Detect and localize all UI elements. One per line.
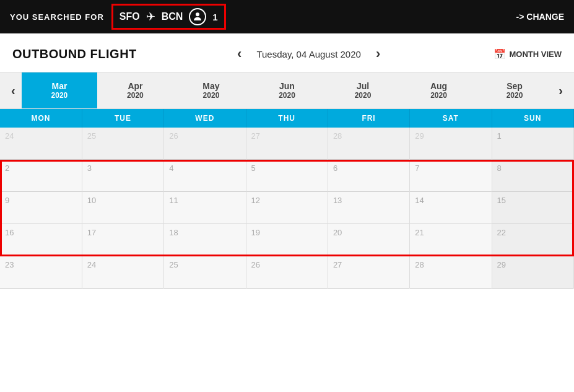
month-tab-apr-2020[interactable]: Apr 2020 (97, 72, 173, 108)
calendar-cell[interactable]: 22 (492, 224, 573, 256)
calendar-cell[interactable]: 29 (492, 256, 573, 289)
calendar-cell[interactable]: 7 (410, 160, 492, 192)
header: YOU SEARCHED FOR SFO ✈ BCN 1 -> CHANGE (0, 0, 574, 33)
month-tab-jul-2020[interactable]: Jul 2020 (325, 72, 401, 108)
calendar-cell[interactable]: 13 (328, 192, 409, 224)
origin-code: SFO (120, 11, 140, 22)
month-tab-sep-2020[interactable]: Sep 2020 (477, 72, 553, 108)
calendar-cell[interactable]: 28 (410, 256, 492, 289)
passenger-count: 1 (212, 12, 217, 22)
day-header-tue: TUE (82, 109, 163, 128)
change-button[interactable]: -> CHANGE (516, 12, 564, 22)
outbound-header: OUTBOUND FLIGHT ‹ Tuesday, 04 August 202… (0, 33, 574, 72)
calendar-header-row: MON TUE WED THU FRI SAT SUN (0, 109, 574, 128)
prev-date-button[interactable]: ‹ (233, 45, 245, 63)
day-header-sun: SUN (492, 109, 573, 128)
calendar-cell[interactable]: 24 (82, 256, 163, 289)
calendar-cell[interactable]: 6 (328, 160, 409, 192)
calendar-cell[interactable]: 15 (492, 192, 573, 224)
month-tab-jun-2020[interactable]: Jun 2020 (249, 72, 325, 108)
calendar-cell[interactable]: 27 (328, 256, 409, 289)
destination-code: BCN (162, 11, 183, 22)
month-view-button[interactable]: 📅 MONTH VIEW (494, 48, 562, 60)
calendar-cell[interactable]: 19 (246, 224, 328, 256)
calendar-cell[interactable]: 20 (328, 224, 409, 256)
calendar-cell[interactable]: 12 (246, 192, 328, 224)
calendar-cell[interactable]: 14 (410, 192, 492, 224)
calendar-cell[interactable]: 18 (164, 224, 246, 256)
day-header-wed: WED (164, 109, 246, 128)
calendar-table: MON TUE WED THU FRI SAT SUN 242526272829… (0, 109, 574, 289)
calendar-cell[interactable]: 24 (0, 128, 82, 160)
month-view-label: MONTH VIEW (510, 50, 562, 59)
outbound-title: OUTBOUND FLIGHT (12, 47, 137, 61)
day-header-thu: THU (246, 109, 328, 128)
calendar-cell[interactable]: 8 (492, 160, 573, 192)
calendar-cell[interactable]: 25 (164, 256, 246, 289)
calendar-cell[interactable]: 23 (0, 256, 82, 289)
calendar-row: 23242526272829 (0, 256, 574, 289)
calendar-cell[interactable]: 10 (82, 192, 163, 224)
calendar-cell[interactable]: 1 (492, 128, 573, 160)
calendar-row: 9101112131415 (0, 192, 574, 224)
passenger-icon (189, 8, 206, 25)
person-svg (192, 11, 203, 22)
calendar-cell[interactable]: 11 (164, 192, 246, 224)
calendar-cell[interactable]: 9 (0, 192, 82, 224)
month-tab-may-2020[interactable]: May 2020 (173, 72, 250, 108)
calendar-cell[interactable]: 26 (246, 256, 328, 289)
month-tabs-bar: ‹ Mar 2020 Apr 2020 May 2020 Jun 2020 Ju… (0, 72, 574, 109)
date-navigation: ‹ Tuesday, 04 August 2020 › (233, 45, 384, 63)
day-header-mon: MON (0, 109, 82, 128)
calendar-cell[interactable]: 27 (246, 128, 328, 160)
searched-for-label: YOU SEARCHED FOR (10, 12, 104, 22)
calendar-icon: 📅 (494, 48, 506, 60)
plane-icon: ✈ (146, 10, 155, 24)
month-tab-mar-2020[interactable]: Mar 2020 (22, 72, 98, 108)
svg-point-0 (196, 12, 199, 16)
next-date-button[interactable]: › (372, 45, 384, 63)
calendar-row: 2345678 (0, 160, 574, 192)
calendar-row: 16171819202122 (0, 224, 574, 256)
calendar-cell[interactable]: 29 (410, 128, 492, 160)
day-header-fri: FRI (328, 109, 409, 128)
calendar-cell[interactable]: 17 (82, 224, 163, 256)
calendar-cell[interactable]: 2 (0, 160, 82, 192)
prev-month-button[interactable]: ‹ (5, 79, 22, 103)
calendar-cell[interactable]: 5 (246, 160, 328, 192)
month-tab-aug-2020[interactable]: Aug 2020 (401, 72, 477, 108)
calendar-cell[interactable]: 28 (328, 128, 409, 160)
current-date: Tuesday, 04 August 2020 (256, 49, 360, 59)
calendar-cell[interactable]: 16 (0, 224, 82, 256)
calendar-cell[interactable]: 4 (164, 160, 246, 192)
calendar-cell[interactable]: 26 (164, 128, 246, 160)
search-summary-box: SFO ✈ BCN 1 (111, 4, 226, 30)
day-header-sat: SAT (410, 109, 492, 128)
main-content: OUTBOUND FLIGHT ‹ Tuesday, 04 August 202… (0, 33, 574, 289)
calendar-cell[interactable]: 21 (410, 224, 492, 256)
calendar-cell[interactable]: 25 (82, 128, 163, 160)
next-month-button[interactable]: › (552, 79, 569, 103)
calendar-cell[interactable]: 3 (82, 160, 163, 192)
calendar-row: 2425262728291 (0, 128, 574, 160)
